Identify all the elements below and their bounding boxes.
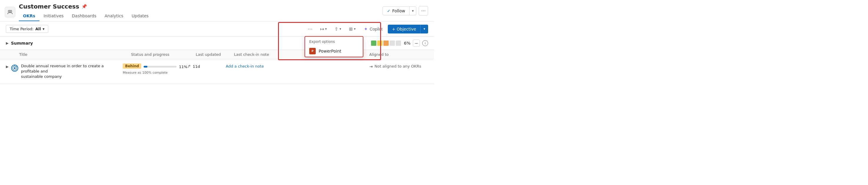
toolbar-right: ··· ↦ ▾ ⇧ ▾ ⊞ ▾ Export options P PowerPo… (305, 24, 428, 34)
follow-button-main[interactable]: ✓ Follow (383, 7, 410, 15)
tab-analytics[interactable]: Analytics (101, 11, 128, 21)
powerpoint-label: PowerPoint (319, 49, 341, 53)
table-container: ▶ Summary 6% − i ▶ Title Status and prog… (0, 37, 434, 84)
row-checkin-note[interactable]: Add a check-in note (226, 64, 284, 68)
app-icon (5, 7, 15, 17)
col-header-aligned: Aligned to (369, 52, 428, 57)
app-header: Customer Success 📌 OKRs Initiatives Dash… (0, 0, 434, 22)
col-header-title: Title (19, 52, 131, 57)
share-icon: ⇧ (335, 27, 338, 32)
dot-orange (383, 40, 389, 46)
export-arrow-icon: ↦ (320, 26, 324, 32)
title-text: Customer Success (19, 3, 79, 10)
summary-info-icon[interactable]: i (422, 40, 428, 46)
progress-bar-track (144, 66, 177, 68)
export-button[interactable]: ↦ ▾ (317, 24, 330, 34)
not-aligned-icon: ⇥ (369, 64, 373, 69)
toolbar: Time Period: All ▾ ··· ↦ ▾ ⇧ ▾ ⊞ ▾ Expor… (0, 22, 434, 37)
checkmark-icon: ✓ (387, 8, 391, 13)
follow-button[interactable]: ✓ Follow ▾ (382, 6, 416, 15)
aligned-to-value: Not aligned to any OKRs (375, 64, 421, 68)
header-left: Customer Success 📌 OKRs Initiatives Dash… (5, 3, 153, 21)
share-button[interactable]: ⇧ ▾ (332, 25, 344, 34)
row-last-updated: ↱ 11d (187, 64, 226, 69)
goal-title-line1: Double annual revenue in order to create… (21, 64, 123, 74)
summary-collapse-button[interactable]: − (413, 40, 420, 47)
summary-right: 6% − i (371, 40, 428, 47)
col-header-last-updated: Last updated (196, 52, 234, 57)
grid-icon: ⊞ (349, 27, 353, 32)
pin-icon: 📌 (82, 4, 87, 9)
svg-point-1 (10, 10, 12, 12)
row-expand-icon[interactable]: ▶ (6, 65, 8, 69)
updated-arrow-icon: ↱ (187, 64, 191, 69)
col-header-last-checkin: Last check-in note (234, 52, 293, 57)
row-status: Behind 11% Measure as 100% complete (123, 64, 187, 75)
column-headers: ▶ Title Status and progress Last updated… (0, 50, 434, 59)
progress-dots (371, 40, 401, 46)
dot-gray (390, 40, 395, 46)
export-dropdown: Export options P PowerPoint (305, 36, 363, 57)
tab-updates[interactable]: Updates (127, 11, 153, 21)
objective-label: + Objective (392, 27, 416, 31)
follow-label: Follow (392, 8, 405, 13)
objective-button[interactable]: + Objective ▾ (388, 25, 428, 34)
dot-gray-2 (396, 40, 401, 46)
time-period-button[interactable]: Time Period: All ▾ (6, 25, 48, 33)
copilot-label: Copilot (370, 27, 382, 31)
tab-initiatives[interactable]: Initiatives (39, 11, 68, 21)
svg-point-4 (14, 67, 16, 69)
goal-title-line2: sustainable company (21, 74, 123, 79)
row-left: Double annual revenue in order to create… (11, 64, 123, 80)
summary-pct: 6% (404, 41, 410, 45)
dot-green (371, 40, 376, 46)
powerpoint-export-option[interactable]: P PowerPoint (305, 45, 363, 57)
objective-button-main[interactable]: + Objective (388, 25, 421, 34)
copilot-button[interactable]: ✦ Copilot (361, 25, 386, 34)
objective-caret[interactable]: ▾ (421, 25, 428, 33)
behind-badge: Behind (123, 64, 141, 69)
table-row: ▶ Double annual revenue in order to crea… (0, 59, 434, 84)
svg-line-6 (16, 66, 17, 67)
view-button[interactable]: ⊞ ▾ (346, 25, 359, 34)
header-right: ✓ Follow ▾ ··· (382, 6, 428, 18)
powerpoint-icon: P (309, 48, 316, 54)
time-period-chevron: ▾ (43, 27, 45, 31)
more-dots-icon: ··· (308, 27, 312, 32)
header-title-area: Customer Success 📌 OKRs Initiatives Dash… (19, 3, 153, 21)
measure-text: Measure as 100% complete (123, 71, 187, 75)
progress-bar-fill (144, 66, 147, 68)
tab-okrs[interactable]: OKRs (19, 11, 39, 21)
tab-dashboards[interactable]: Dashboards (68, 11, 100, 21)
dot-yellow (377, 40, 382, 46)
export-chevron: ▾ (325, 27, 327, 31)
row-aligned-to: ⇥ Not aligned to any OKRs (369, 64, 428, 69)
page-title: Customer Success 📌 (19, 3, 153, 10)
row-progress-pct: 11% (179, 65, 187, 69)
copilot-sparkle-icon: ✦ (364, 27, 368, 32)
export-dropdown-title: Export options (305, 37, 363, 45)
time-period-label: Time Period: (10, 27, 34, 31)
time-period-value: All (35, 27, 41, 31)
nav-tabs: OKRs Initiatives Dashboards Analytics Up… (19, 11, 153, 21)
svg-point-0 (8, 10, 10, 12)
col-header-status: Status and progress (131, 52, 196, 57)
summary-expand-icon[interactable]: ▶ (6, 41, 8, 45)
more-options-button[interactable]: ··· (305, 25, 315, 34)
updated-value: 11d (193, 64, 200, 69)
header-more-button[interactable]: ··· (419, 6, 428, 15)
follow-caret[interactable]: ▾ (410, 7, 416, 15)
summary-row: ▶ Summary 6% − i (0, 37, 434, 50)
goal-text: Double annual revenue in order to create… (21, 64, 123, 80)
toolbar-left: Time Period: All ▾ (6, 25, 48, 33)
goal-target-icon (11, 64, 19, 72)
view-chevron: ▾ (354, 27, 356, 31)
share-chevron: ▾ (340, 27, 341, 31)
